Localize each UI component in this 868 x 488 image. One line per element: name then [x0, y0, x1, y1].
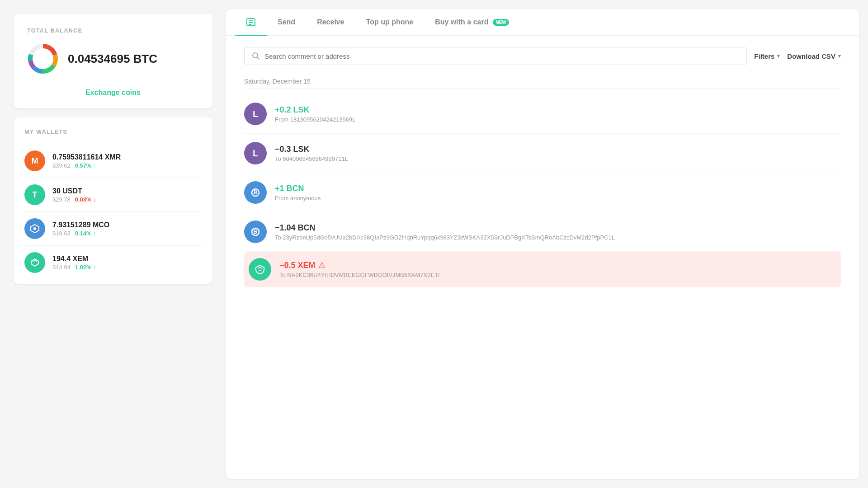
transaction-item-xem-error[interactable]: −0.5 XEM ⚠ To NA2KC36U4YIHDVMBEKGGFWBGOI… [244, 252, 841, 287]
alert-icon: ⚠ [318, 260, 326, 270]
tx-amount-bcn-out: −1.04 BCN [275, 223, 841, 233]
search-input[interactable] [264, 52, 739, 60]
exchange-coins-button[interactable]: Exchange coins [27, 86, 199, 99]
wallet-amount-mco: 7.93151289 MCO [52, 221, 202, 229]
tx-avatar-lsk-out: L [244, 142, 267, 164]
balance-amount: 0.04534695 BTC [68, 52, 157, 66]
tab-receive[interactable]: Receive [306, 10, 355, 34]
transaction-item-lsk-in[interactable]: L +0.2 LSK From 181309562042421356​9L [244, 94, 841, 134]
new-badge: New [493, 19, 509, 26]
tx-address-lsk-out: To 6040968456964999711L [275, 155, 841, 162]
tx-amount-xem-error: −0.5 XEM [279, 261, 316, 270]
download-csv-button[interactable]: Download CSV ▾ [787, 52, 841, 60]
tab-buycard[interactable]: Buy with a card New [424, 10, 520, 34]
wallet-item-xmr[interactable]: M 0.75953811614 XMR $39.62 0.57% ↑ [24, 144, 202, 178]
transaction-item-bcn-in[interactable]: B +1 BCN From anonymous [244, 173, 841, 212]
tab-transactions[interactable] [235, 9, 267, 35]
tx-info-lsk-out: −0.3 LSK To 6040968456964999711L [275, 145, 841, 162]
csv-chevron-icon: ▾ [838, 53, 841, 59]
wallet-info-xem: 194.4 XEM $14.94 1.02% ↑ [52, 255, 202, 271]
transaction-item-bcn-out[interactable]: B −1.04 BCN To 23yRzbnUp5dGd5vUUa2bDAc38… [244, 212, 841, 252]
total-balance-card: TOTAL BALANCE 0.04534695 BTC Exchange co… [14, 14, 212, 108]
svg-point-8 [33, 227, 36, 230]
wallet-info-usdt: 30 USDT $29.78 0.03% ↓ [52, 187, 202, 203]
wallet-item-usdt[interactable]: T 30 USDT $29.78 0.03% ↓ [24, 178, 202, 212]
tx-address-bcn-out: To 23yRzbnUp5dGd5vUUa2bDAc38QtaPz9GD2fnq… [275, 234, 841, 241]
wallet-usd-row-xem: $14.94 1.02% ↑ [52, 264, 202, 271]
wallet-icon-xmr: M [24, 150, 45, 171]
wallet-usd-row-usdt: $29.78 0.03% ↓ [52, 196, 202, 203]
wallet-change-xmr: 0.57% ↑ [75, 162, 96, 169]
left-panel: TOTAL BALANCE 0.04534695 BTC Exchange co… [0, 0, 226, 488]
tx-address-lsk-in: From 181309562042421356​9L [275, 116, 841, 123]
wallet-change-xem: 1.02% ↑ [75, 264, 96, 271]
svg-line-14 [257, 57, 259, 60]
wallet-item-mco[interactable]: 7.93151289 MCO $18.63 0.14% ↑ [24, 212, 202, 246]
right-panel: Send Receive Top up phone Buy with a car… [226, 9, 859, 479]
wallet-item-xem[interactable]: 194.4 XEM $14.94 1.02% ↑ [24, 246, 202, 279]
date-separator: Saturday, December 15 [244, 78, 841, 89]
tx-address-bcn-in: From anonymous [275, 195, 841, 202]
filters-button[interactable]: Filters ▾ [754, 52, 780, 60]
search-box[interactable] [244, 47, 747, 65]
svg-text:B: B [254, 189, 258, 196]
tx-amount-lsk-out: −0.3 LSK [275, 145, 841, 154]
tab-topup[interactable]: Top up phone [355, 10, 425, 34]
tx-info-xem-error: −0.5 XEM ⚠ To NA2KC36U4YIHDVMBEKGGFWBGOI… [279, 260, 836, 278]
filters-chevron-icon: ▾ [777, 53, 780, 59]
wallet-icon-usdt: T [24, 184, 45, 205]
wallet-amount-xmr: 0.75953811614 XMR [52, 153, 202, 161]
donut-chart [27, 43, 59, 75]
wallet-icon-xem [24, 252, 45, 273]
my-wallets-label: MY WALLETS [24, 128, 202, 135]
search-icon [252, 52, 260, 60]
wallet-usd-mco: $18.63 [52, 230, 71, 237]
tx-amount-lsk-in: +0.2 LSK [275, 105, 841, 115]
tx-avatar-lsk-in: L [244, 103, 267, 125]
svg-text:B: B [254, 229, 258, 235]
wallet-change-usdt: 0.03% ↓ [75, 196, 96, 203]
wallet-usd-row-mco: $18.63 0.14% ↑ [52, 230, 202, 237]
wallet-amount-usdt: 30 USDT [52, 187, 202, 195]
wallet-usd-xem: $14.94 [52, 264, 71, 271]
wallet-usd-row-xmr: $39.62 0.57% ↑ [52, 162, 202, 169]
tx-error-amount-row: −0.5 XEM ⚠ [279, 260, 836, 270]
tx-avatar-xem-error [249, 258, 271, 281]
transactions-icon [246, 17, 256, 27]
wallet-amount-xem: 194.4 XEM [52, 255, 202, 263]
transaction-item-lsk-out[interactable]: L −0.3 LSK To 6040968456964999711L [244, 134, 841, 173]
tx-info-bcn-in: +1 BCN From anonymous [275, 184, 841, 202]
tx-avatar-bcn-in: B [244, 181, 267, 204]
tx-avatar-bcn-out: B [244, 221, 267, 243]
wallet-usd-usdt: $29.78 [52, 196, 71, 203]
balance-row: 0.04534695 BTC [27, 43, 199, 75]
search-filter-row: Filters ▾ Download CSV ▾ [244, 47, 841, 65]
tabs-bar: Send Receive Top up phone Buy with a car… [226, 9, 859, 36]
wallet-change-mco: 0.14% ↑ [75, 230, 96, 237]
tx-info-bcn-out: −1.04 BCN To 23yRzbnUp5dGd5vUUa2bDAc38Qt… [275, 223, 841, 241]
tx-info-lsk-in: +0.2 LSK From 181309562042421356​9L [275, 105, 841, 123]
wallet-info-xmr: 0.75953811614 XMR $39.62 0.57% ↑ [52, 153, 202, 169]
content-area: Filters ▾ Download CSV ▾ Saturday, Decem… [226, 36, 859, 479]
wallet-usd-xmr: $39.62 [52, 162, 71, 169]
total-balance-label: TOTAL BALANCE [27, 27, 199, 34]
tx-address-xem-error: To NA2KC36U4YIHDVMBEKGGFWBGOIVJMB5XAM7X2… [279, 272, 836, 278]
wallet-info-mco: 7.93151289 MCO $18.63 0.14% ↑ [52, 221, 202, 237]
tx-amount-bcn-in: +1 BCN [275, 184, 841, 193]
tab-send[interactable]: Send [267, 10, 306, 34]
wallet-icon-mco [24, 218, 45, 239]
my-wallets-card: MY WALLETS M 0.75953811614 XMR $39.62 0.… [14, 117, 212, 284]
